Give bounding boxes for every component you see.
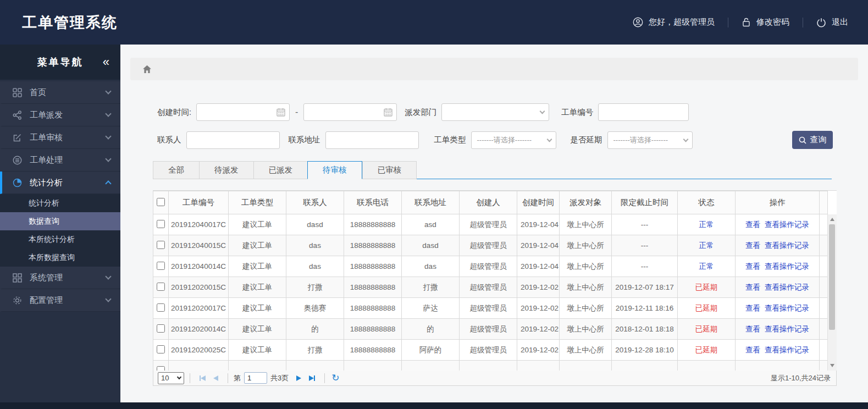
column-header: 操作 bbox=[736, 191, 820, 214]
cell-address: das bbox=[402, 256, 460, 277]
create-time-end-input[interactable] bbox=[303, 103, 397, 121]
view-log-link[interactable]: 查看操作记录 bbox=[765, 283, 809, 291]
row-checkbox[interactable] bbox=[157, 283, 165, 291]
first-page-button[interactable] bbox=[200, 375, 206, 381]
order-type-select[interactable]: -------请选择------- bbox=[471, 131, 556, 149]
cell-spacer bbox=[820, 298, 828, 319]
view-link[interactable]: 查看 bbox=[745, 325, 760, 333]
create-time-start-field[interactable] bbox=[197, 104, 289, 120]
sidebar-subitem-station-data-query[interactable]: 本所数据查询 bbox=[0, 248, 120, 267]
row-checkbox[interactable] bbox=[157, 366, 165, 371]
cell-deadline: 2019-12-28 18:10 bbox=[612, 340, 678, 361]
column-header: 工单类型 bbox=[229, 191, 286, 214]
view-log-link[interactable]: 查看操作记录 bbox=[765, 325, 809, 333]
view-log-link[interactable]: 查看操作记录 bbox=[765, 304, 809, 312]
row-checkbox[interactable] bbox=[157, 303, 165, 312]
chevron-down-icon bbox=[546, 136, 552, 142]
row-checkbox[interactable] bbox=[157, 220, 165, 228]
sidebar-subitem-station-statistics[interactable]: 本所统计分析 bbox=[0, 230, 120, 248]
view-link[interactable]: 查看 bbox=[745, 346, 760, 354]
order-no-field[interactable] bbox=[599, 104, 688, 120]
create-time-start-input[interactable] bbox=[196, 103, 290, 121]
order-no-input[interactable] bbox=[598, 103, 689, 121]
cell-spacer bbox=[820, 214, 828, 235]
cell-target: 墩上中心所 bbox=[560, 340, 612, 361]
chevron-down-icon bbox=[105, 110, 111, 117]
cell-creator: 超级管理员 bbox=[460, 235, 517, 256]
view-link[interactable]: 查看 bbox=[745, 262, 760, 270]
sidebar-item-review[interactable]: 工单审核 bbox=[0, 126, 120, 149]
sidebar-subitem-statistics[interactable]: 统计分析 bbox=[0, 194, 120, 212]
view-link[interactable]: 查看 bbox=[745, 283, 760, 291]
search-button[interactable]: 查询 bbox=[792, 131, 833, 149]
home-icon[interactable] bbox=[142, 65, 152, 74]
view-link[interactable]: 查看 bbox=[745, 304, 760, 312]
cell-deadline: --- bbox=[612, 256, 678, 277]
sidebar-item-dispatch[interactable]: 工单派发 bbox=[0, 104, 120, 126]
row-checkbox[interactable] bbox=[157, 262, 165, 270]
view-log-link[interactable]: 查看操作记录 bbox=[765, 346, 809, 354]
dispatch-dept-select[interactable] bbox=[441, 103, 549, 121]
status-badge: 已延期 bbox=[695, 283, 718, 291]
view-log-link[interactable]: 查看操作记录 bbox=[765, 241, 809, 250]
create-time-end-field[interactable] bbox=[304, 104, 396, 120]
address-input[interactable] bbox=[325, 131, 419, 149]
sidebar-subitem-data-query[interactable]: 数据查询 bbox=[0, 212, 120, 230]
column-header: 联系地址 bbox=[402, 191, 460, 214]
status-tabs: 全部 待派发 已派发 待审核 已审核 bbox=[153, 161, 832, 179]
sidebar-item-home[interactable]: 首页 bbox=[0, 81, 120, 104]
address-field[interactable] bbox=[326, 132, 418, 148]
scrollbar-thumb[interactable] bbox=[829, 224, 835, 330]
cell-status: 已延期 bbox=[678, 298, 736, 319]
table-row: 201912020014C建议工单的18888888888的超级管理员2019-… bbox=[153, 319, 828, 340]
row-checkbox[interactable] bbox=[157, 241, 165, 249]
sidebar-item-process[interactable]: 工单处理 bbox=[0, 149, 120, 172]
prev-page-button[interactable] bbox=[213, 375, 218, 381]
table-row-partial bbox=[153, 361, 828, 371]
sidebar-collapse-icon[interactable]: « bbox=[103, 56, 109, 68]
view-link[interactable]: 查看 bbox=[745, 241, 760, 250]
chevron-down-icon bbox=[105, 296, 111, 302]
tab-pending-review[interactable]: 待审核 bbox=[307, 161, 362, 179]
sidebar-item-system[interactable]: 系统管理 bbox=[0, 267, 120, 289]
calendar-icon[interactable] bbox=[277, 108, 285, 117]
view-link[interactable]: 查看 bbox=[745, 220, 760, 229]
tab-reviewed[interactable]: 已审核 bbox=[362, 161, 417, 179]
cell-contact: das bbox=[286, 235, 344, 256]
page-size-select[interactable]: 10 bbox=[158, 372, 184, 384]
column-header: 工单编号 bbox=[169, 191, 229, 214]
cell-address: dasd bbox=[402, 235, 460, 256]
sidebar-item-config[interactable]: 配置管理 bbox=[0, 289, 120, 312]
scroll-up-icon[interactable] bbox=[830, 218, 834, 221]
lock-icon bbox=[742, 17, 751, 27]
column-header-spacer bbox=[820, 191, 828, 214]
view-log-link[interactable]: 查看操作记录 bbox=[765, 262, 809, 270]
contact-field[interactable] bbox=[187, 132, 279, 148]
refresh-icon[interactable]: ↻ bbox=[331, 373, 339, 383]
row-checkbox[interactable] bbox=[157, 324, 165, 333]
tab-pending-dispatch[interactable]: 待派发 bbox=[199, 161, 253, 179]
logout-button[interactable]: 退出 bbox=[816, 17, 848, 27]
table-scrollbar[interactable] bbox=[827, 214, 837, 371]
sidebar-item-label: 工单审核 bbox=[30, 132, 106, 143]
user-greeting[interactable]: 您好，超级管理员 bbox=[633, 17, 715, 27]
tab-all[interactable]: 全部 bbox=[153, 161, 199, 179]
row-checkbox[interactable] bbox=[157, 345, 165, 353]
tab-dispatched[interactable]: 已派发 bbox=[253, 161, 308, 179]
contact-input[interactable] bbox=[186, 131, 280, 149]
main-content: 创建时间: - 派发部门 bbox=[120, 45, 868, 402]
cell-status: 正常 bbox=[678, 214, 736, 235]
next-page-button[interactable] bbox=[296, 375, 301, 381]
last-page-button[interactable] bbox=[309, 375, 315, 381]
calendar-icon[interactable] bbox=[384, 108, 392, 117]
delay-select[interactable]: -------请选择------- bbox=[607, 131, 693, 149]
chevron-down-icon bbox=[540, 109, 545, 114]
change-password-button[interactable]: 修改密码 bbox=[742, 17, 789, 27]
order-type-label: 工单类型 bbox=[434, 135, 466, 145]
select-all-checkbox[interactable] bbox=[157, 198, 165, 206]
page-number-input[interactable] bbox=[244, 372, 267, 384]
sidebar-item-statistics[interactable]: 统计分析 bbox=[0, 172, 120, 194]
contact-label: 联系人 bbox=[157, 135, 181, 145]
scroll-down-icon[interactable] bbox=[830, 364, 834, 367]
view-log-link[interactable]: 查看操作记录 bbox=[765, 220, 809, 229]
